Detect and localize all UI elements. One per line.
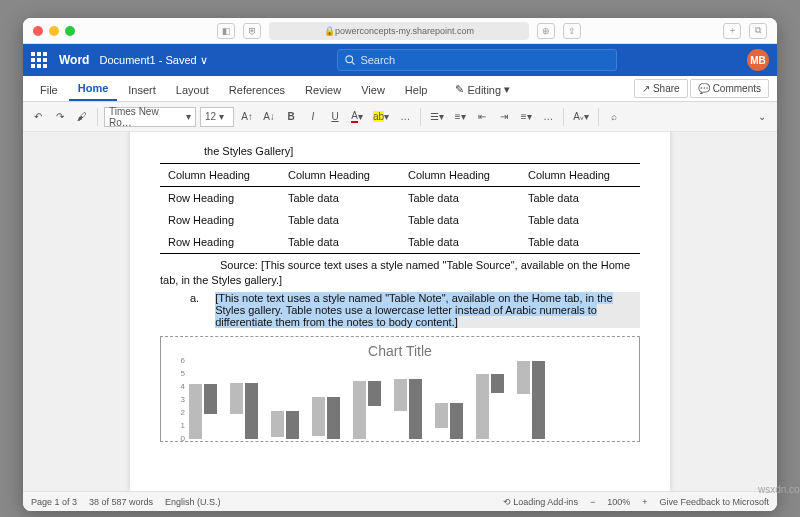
language-indicator[interactable]: English (U.S.) bbox=[165, 497, 221, 507]
maximize-window-icon[interactable] bbox=[65, 26, 75, 36]
styles-icon[interactable]: Aᵥ▾ bbox=[570, 107, 592, 127]
tab-help[interactable]: Help bbox=[396, 79, 437, 101]
sample-table: Column Heading Column Heading Column Hea… bbox=[160, 163, 640, 254]
tabs-icon[interactable]: ⧉ bbox=[749, 23, 767, 39]
chart-title: Chart Title bbox=[171, 343, 629, 359]
font-color-icon[interactable]: A▾ bbox=[348, 107, 366, 127]
ribbon-tabs: File Home Insert Layout References Revie… bbox=[23, 76, 777, 102]
tab-home[interactable]: Home bbox=[69, 77, 118, 101]
table-cell: Table data bbox=[520, 209, 640, 231]
outdent-icon[interactable]: ⇤ bbox=[473, 107, 491, 127]
undo-icon[interactable]: ↶ bbox=[29, 107, 47, 127]
table-cell: Table data bbox=[520, 186, 640, 209]
more-font-icon[interactable]: … bbox=[396, 107, 414, 127]
table-cell: Table data bbox=[280, 231, 400, 254]
note-text: [This note text uses a style named "Tabl… bbox=[215, 292, 640, 328]
table-row: Row HeadingTable dataTable dataTable dat… bbox=[160, 231, 640, 254]
url-text: powerconcepts-my.sharepoint.com bbox=[335, 26, 474, 36]
new-tab-icon[interactable]: ＋ bbox=[723, 23, 741, 39]
document-name[interactable]: Document1 - Saved ∨ bbox=[99, 54, 207, 67]
status-bar: Page 1 of 3 38 of 587 words English (U.S… bbox=[23, 491, 777, 511]
zoom-level[interactable]: 100% bbox=[607, 497, 630, 507]
zoom-out-icon[interactable]: − bbox=[590, 497, 595, 507]
feedback-link[interactable]: Give Feedback to Microsoft bbox=[659, 497, 769, 507]
tab-references[interactable]: References bbox=[220, 79, 294, 101]
bar bbox=[476, 374, 489, 439]
reader-icon[interactable]: ⊕ bbox=[537, 23, 555, 39]
bar bbox=[230, 383, 243, 414]
bar bbox=[189, 384, 202, 439]
app-name: Word bbox=[59, 53, 89, 67]
table-cell: Row Heading bbox=[160, 209, 280, 231]
tab-insert[interactable]: Insert bbox=[119, 79, 165, 101]
bar bbox=[368, 381, 381, 406]
search-input[interactable]: Search bbox=[337, 49, 617, 71]
font-size-selector[interactable]: 12▾ bbox=[200, 107, 234, 127]
bar bbox=[532, 361, 545, 439]
tab-file[interactable]: File bbox=[31, 79, 67, 101]
tab-layout[interactable]: Layout bbox=[167, 79, 218, 101]
bar bbox=[394, 379, 407, 412]
bar bbox=[353, 381, 366, 438]
table-cell: Table data bbox=[280, 209, 400, 231]
app-window: ◧ ⛨ 🔒 powerconcepts-my.sharepoint.com ⊕ … bbox=[23, 18, 777, 511]
document-canvas[interactable]: the Styles Gallery] Column Heading Colum… bbox=[23, 132, 777, 491]
editing-mode-dropdown[interactable]: ✎ Editing ▾ bbox=[446, 78, 519, 101]
bar-chart: 0123456 bbox=[171, 359, 629, 439]
share-safari-icon[interactable]: ⇪ bbox=[563, 23, 581, 39]
search-icon bbox=[344, 54, 356, 66]
word-count[interactable]: 38 of 587 words bbox=[89, 497, 153, 507]
chart-placeholder[interactable]: Chart Title 0123456 bbox=[160, 336, 640, 442]
align-icon[interactable]: ≡▾ bbox=[517, 107, 535, 127]
share-button[interactable]: ↗ Share bbox=[634, 79, 688, 98]
redo-icon[interactable]: ↷ bbox=[51, 107, 69, 127]
address-bar[interactable]: 🔒 powerconcepts-my.sharepoint.com bbox=[269, 22, 529, 40]
table-cell: Table data bbox=[400, 209, 520, 231]
loading-addins: ⟲ Loading Add-ins bbox=[503, 497, 578, 507]
user-avatar[interactable]: MB bbox=[747, 49, 769, 71]
zoom-in-icon[interactable]: + bbox=[642, 497, 647, 507]
shrink-font-icon[interactable]: A↓ bbox=[260, 107, 278, 127]
bold-button[interactable]: B bbox=[282, 107, 300, 127]
bar-group bbox=[394, 379, 422, 439]
source-text: Source: [This source text uses a style n… bbox=[160, 258, 640, 288]
page-indicator[interactable]: Page 1 of 3 bbox=[31, 497, 77, 507]
format-painter-icon[interactable]: 🖌 bbox=[73, 107, 91, 127]
comments-button[interactable]: 💬 Comments bbox=[690, 79, 769, 98]
svg-point-0 bbox=[346, 56, 353, 63]
grow-font-icon[interactable]: A↑ bbox=[238, 107, 256, 127]
styles-gallery-text: the Styles Gallery] bbox=[204, 144, 640, 159]
bar bbox=[204, 384, 217, 414]
bar bbox=[450, 403, 463, 438]
ribbon-toolbar: ↶ ↷ 🖌 Times New Ro…▾ 12▾ A↑ A↓ B I U A▾ … bbox=[23, 102, 777, 132]
app-launcher-icon[interactable] bbox=[31, 52, 49, 68]
table-cell: Table data bbox=[280, 186, 400, 209]
bar bbox=[435, 403, 448, 428]
bar bbox=[491, 374, 504, 394]
table-row: Row HeadingTable dataTable dataTable dat… bbox=[160, 186, 640, 209]
shield-icon[interactable]: ⛨ bbox=[243, 23, 261, 39]
find-icon[interactable]: ⌕ bbox=[605, 107, 623, 127]
table-cell: Table data bbox=[520, 231, 640, 254]
selected-note-text: [This note text uses a style named "Tabl… bbox=[215, 292, 612, 328]
note-marker: a. bbox=[190, 292, 199, 328]
ribbon-collapse-icon[interactable]: ⌄ bbox=[753, 107, 771, 127]
table-header: Column Heading bbox=[280, 163, 400, 186]
italic-button[interactable]: I bbox=[304, 107, 322, 127]
tab-review[interactable]: Review bbox=[296, 79, 350, 101]
indent-icon[interactable]: ⇥ bbox=[495, 107, 513, 127]
minimize-window-icon[interactable] bbox=[49, 26, 59, 36]
font-selector[interactable]: Times New Ro…▾ bbox=[104, 107, 196, 127]
numbering-icon[interactable]: ≡▾ bbox=[451, 107, 469, 127]
more-para-icon[interactable]: … bbox=[539, 107, 557, 127]
sidebar-toggle-icon[interactable]: ◧ bbox=[217, 23, 235, 39]
bar-group bbox=[517, 361, 545, 439]
bullets-icon[interactable]: ☰▾ bbox=[427, 107, 447, 127]
highlight-icon[interactable]: ab▾ bbox=[370, 107, 392, 127]
underline-button[interactable]: U bbox=[326, 107, 344, 127]
bar bbox=[245, 383, 258, 439]
tab-view[interactable]: View bbox=[352, 79, 394, 101]
page: the Styles Gallery] Column Heading Colum… bbox=[130, 132, 670, 491]
table-header: Column Heading bbox=[160, 163, 280, 186]
close-window-icon[interactable] bbox=[33, 26, 43, 36]
